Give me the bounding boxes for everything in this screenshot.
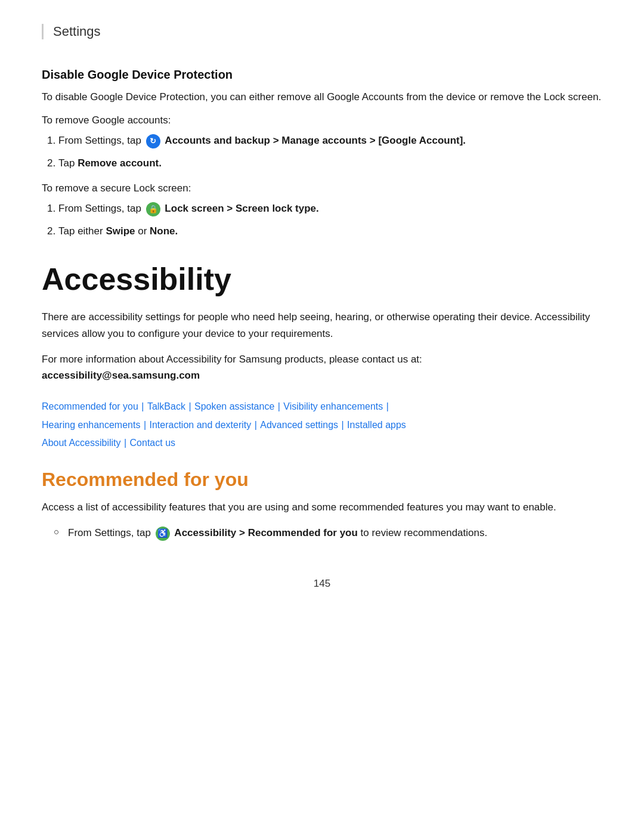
step2-before: Tap	[58, 157, 78, 169]
accessibility-intro1: There are accessibility settings for peo…	[42, 309, 602, 341]
step1-bold: Accounts and backup > Manage accounts > …	[165, 135, 466, 146]
page-header: Settings	[42, 24, 602, 39]
link-talkback[interactable]: TalkBack	[147, 401, 185, 411]
ls-step1-bold: Lock screen > Screen lock type.	[165, 203, 318, 214]
recommended-description: Access a list of accessibility features …	[42, 499, 602, 515]
accessibility-icon: ♿	[156, 527, 170, 541]
accessibility-main-title: Accessibility	[42, 261, 602, 297]
link-advanced[interactable]: Advanced settings	[260, 420, 338, 430]
accounts-steps-list: From Settings, tap ↻ Accounts and backup…	[58, 132, 602, 172]
rec-step-after: to review recommendations.	[361, 527, 488, 538]
recommended-title: Recommended for you	[42, 469, 602, 491]
disable-gdp-heading: Disable Google Device Protection	[42, 68, 602, 82]
ls-step2-before: Tap either	[58, 225, 106, 237]
lockscreen-step-2: Tap either Swipe or None.	[58, 223, 602, 240]
ls-step2-swipe: Swipe	[106, 225, 135, 237]
accounts-step-2: Tap Remove account.	[58, 155, 602, 172]
step2-bold: Remove account.	[78, 157, 162, 169]
accounts-step-1: From Settings, tap ↻ Accounts and backup…	[58, 132, 602, 149]
link-recommended[interactable]: Recommended for you	[42, 401, 138, 411]
remove-lockscreen-label: To remove a secure Lock screen:	[42, 182, 602, 194]
accessibility-intro2-before: For more information about Accessibility…	[42, 354, 422, 365]
ls-step2-or: or	[135, 225, 150, 237]
disable-gdp-intro: To disable Google Device Protection, you…	[42, 89, 602, 105]
ls-step2-none: None.	[150, 225, 178, 237]
remove-accounts-label: To remove Google accounts:	[42, 114, 602, 126]
accounts-backup-icon: ↻	[146, 134, 160, 148]
disable-gdp-section: Disable Google Device Protection To disa…	[42, 68, 602, 240]
link-spoken[interactable]: Spoken assistance	[194, 401, 274, 411]
link-about[interactable]: About Accessibility	[42, 438, 121, 448]
recommended-steps-list: From Settings, tap ♿ Accessibility > Rec…	[54, 525, 602, 541]
ls-step1-before: From Settings, tap	[58, 203, 144, 214]
link-hearing[interactable]: Hearing enhancements	[42, 420, 140, 430]
page-title: Settings	[53, 24, 101, 39]
rec-step-bold: Accessibility > Recommended for you	[174, 527, 358, 538]
accessibility-email: accessibility@sea.samsung.com	[42, 370, 200, 381]
recommended-section: Recommended for you Access a list of acc…	[42, 469, 602, 541]
lockscreen-step-1: From Settings, tap 🔒 Lock screen > Scree…	[58, 200, 602, 217]
link-installed[interactable]: Installed apps	[347, 420, 406, 430]
step1-before: From Settings, tap	[58, 135, 144, 146]
link-visibility[interactable]: Visibility enhancements	[283, 401, 383, 411]
accessibility-intro-section: There are accessibility settings for peo…	[42, 309, 602, 383]
lockscreen-steps-list: From Settings, tap 🔒 Lock screen > Scree…	[58, 200, 602, 240]
link-contact[interactable]: Contact us	[130, 438, 175, 448]
link-interaction[interactable]: Interaction and dexterity	[149, 420, 251, 430]
page-number: 145	[42, 578, 602, 590]
recommended-step-1: From Settings, tap ♿ Accessibility > Rec…	[54, 525, 602, 541]
accessibility-link-bar: Recommended for you | TalkBack | Spoken …	[42, 398, 602, 452]
rec-step-before: From Settings, tap	[68, 527, 154, 538]
lock-screen-icon: 🔒	[146, 202, 160, 216]
accessibility-intro2: For more information about Accessibility…	[42, 351, 602, 383]
